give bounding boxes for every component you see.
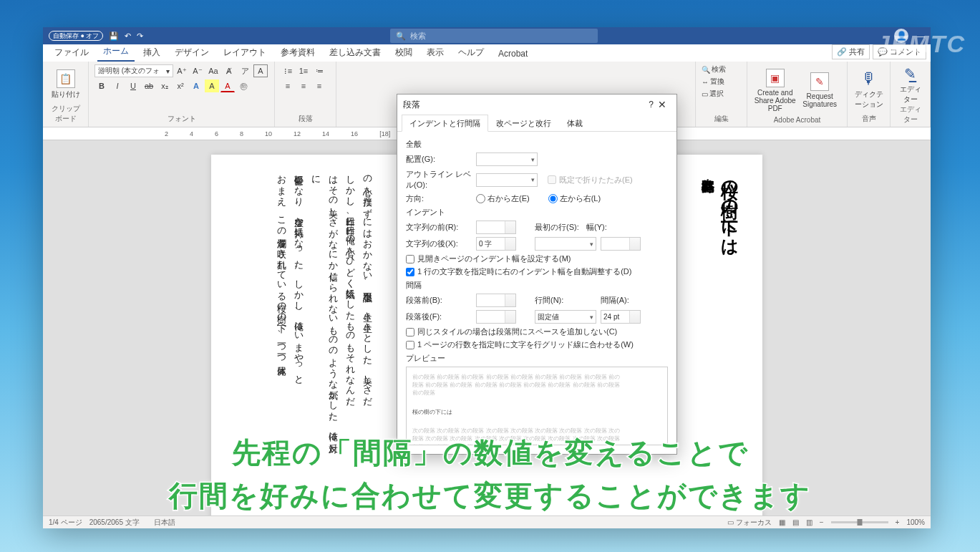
change-case-button[interactable]: Aa: [206, 64, 220, 77]
lbl-space-before: 段落前(B):: [406, 295, 472, 306]
bullets-button[interactable]: ⫶≡: [281, 64, 295, 77]
at-input[interactable]: 24 pt: [601, 310, 641, 324]
auto-indent-check[interactable]: [406, 268, 414, 276]
autosave-toggle[interactable]: 自動保存 ● オフ: [49, 31, 103, 41]
firstline-select[interactable]: [535, 237, 596, 251]
lbl-indent-before: 文字列の前(R):: [406, 222, 472, 233]
indent-before-input[interactable]: [476, 221, 516, 234]
highlight-button[interactable]: A: [205, 79, 219, 92]
space-after-input[interactable]: [476, 310, 516, 324]
ruler-mark: 10: [265, 130, 272, 137]
phonetic-button[interactable]: ア: [238, 64, 252, 77]
align-select[interactable]: [476, 152, 538, 166]
multilevel-button[interactable]: ≔: [312, 64, 326, 77]
char-border-button[interactable]: A: [253, 64, 268, 77]
line-spacing-select[interactable]: 固定値: [535, 310, 596, 324]
rtl-radio[interactable]: [476, 194, 485, 203]
tab-insert[interactable]: 挿入: [137, 44, 166, 62]
subscript-button[interactable]: x₂: [157, 79, 172, 92]
search-icon: 🔍: [396, 32, 406, 41]
lbl-align: 配置(G):: [406, 154, 472, 165]
text-effects-button[interactable]: A: [189, 79, 203, 92]
font-grow-button[interactable]: A⁺: [175, 64, 189, 77]
zoom-in-button[interactable]: +: [896, 518, 900, 526]
zoom-value[interactable]: 100%: [906, 518, 925, 526]
adobe-request-button[interactable]: ✎Request Signatures: [798, 72, 841, 108]
editor-icon: ✎̲: [901, 64, 920, 83]
editor-button[interactable]: ✎̲エディター: [896, 64, 924, 105]
save-icon[interactable]: 💾: [109, 32, 119, 41]
adobe-create-button[interactable]: ▣Create and Share Adobe PDF: [753, 69, 797, 112]
width-input[interactable]: [601, 237, 641, 251]
dialog-tab-indent[interactable]: インデントと行間隔: [402, 115, 488, 132]
lbl-direction: 方向:: [406, 193, 472, 204]
view-read-icon[interactable]: ▦: [779, 518, 785, 526]
ltr-radio[interactable]: [548, 194, 558, 203]
ruler-mark: 14: [322, 130, 329, 137]
tab-view[interactable]: 表示: [421, 44, 450, 62]
tab-help[interactable]: ヘルプ: [452, 44, 490, 62]
font-shrink-button[interactable]: A⁻: [190, 64, 205, 77]
dialog-title: 段落: [403, 99, 420, 111]
font-color-button[interactable]: A: [220, 79, 235, 92]
status-left[interactable]: 1/4 ページ 2065/2065 文字 日本語: [49, 518, 175, 528]
lbl-space-after: 段落後(F):: [406, 311, 472, 322]
snap-check[interactable]: [406, 341, 414, 349]
zoom-out-button[interactable]: −: [820, 518, 824, 526]
body-line: はその美しさがなにか信じられないもののような気がした。俺は反対に、: [307, 169, 341, 441]
paste-button[interactable]: 📋貼り付け: [49, 69, 82, 100]
tab-mailings[interactable]: 差し込み文書: [324, 44, 387, 62]
collapse-check[interactable]: [548, 175, 556, 184]
bold-button[interactable]: B: [94, 79, 109, 92]
select-button[interactable]: ▭ 選択: [702, 89, 741, 99]
font-name-select[interactable]: 游明朝 (本文のフォ▾: [94, 64, 173, 77]
search-box[interactable]: 🔍 検索: [390, 29, 598, 43]
align-left-button[interactable]: ≡: [281, 79, 295, 92]
tab-review[interactable]: 校閲: [389, 44, 418, 62]
tab-acrobat[interactable]: Acrobat: [493, 46, 533, 62]
group-font: フォント: [94, 114, 268, 124]
focus-mode-button[interactable]: ▭ フォーカス: [727, 518, 772, 528]
align-right-button[interactable]: ≡: [312, 79, 326, 92]
tab-references[interactable]: 参考資料: [275, 44, 321, 62]
ribbon-tabs: ファイル ホーム 挿入 デザイン レイアウト 参考資料 差し込み文書 校閲 表示…: [43, 44, 931, 62]
redo-icon[interactable]: ↷: [137, 32, 143, 41]
search-placeholder: 検索: [410, 31, 426, 42]
tab-home[interactable]: ホーム: [97, 42, 135, 62]
tab-layout[interactable]: レイアウト: [218, 44, 272, 62]
undo-icon[interactable]: ↶: [125, 32, 131, 41]
section-spacing: 間隔: [406, 280, 668, 291]
nospace-check[interactable]: [406, 328, 414, 336]
share-button[interactable]: 🔗共有: [832, 44, 870, 59]
find-button[interactable]: 🔍 検索: [702, 64, 741, 74]
italic-button[interactable]: I: [110, 79, 125, 92]
underline-button[interactable]: U: [126, 79, 140, 92]
tab-file[interactable]: ファイル: [49, 44, 94, 62]
dialog-tab-asian[interactable]: 体裁: [559, 115, 591, 131]
section-indent: インデント: [406, 207, 668, 218]
dialog-tab-page[interactable]: 改ページと改行: [488, 115, 559, 131]
align-center-button[interactable]: ≡: [296, 79, 311, 92]
outline-select[interactable]: [476, 173, 538, 187]
numbering-button[interactable]: 1≡: [296, 64, 311, 77]
indent-after-input[interactable]: 0 字: [476, 237, 516, 251]
replace-button[interactable]: ↔ 置換: [702, 77, 741, 87]
help-icon[interactable]: ?: [649, 100, 654, 110]
ruler-mark: [18]: [379, 130, 390, 137]
status-bar: 1/4 ページ 2065/2065 文字 日本語 ▭ フォーカス ▦ ▤ ▥ −…: [43, 515, 931, 528]
tab-design[interactable]: デザイン: [169, 44, 215, 62]
dictate-button[interactable]: 🎙ディクテーション: [853, 69, 884, 110]
body-line: しかし、昨日、一昨日、俺の心をひどく陰気にしたものもそれなんだ、: [341, 169, 359, 441]
zoom-slider[interactable]: [831, 521, 888, 523]
close-icon[interactable]: ✕: [654, 97, 671, 112]
ruler-mark: 6: [215, 130, 218, 137]
clear-format-button[interactable]: A̸: [222, 64, 236, 77]
view-print-icon[interactable]: ▤: [792, 518, 799, 526]
strike-button[interactable]: ab: [142, 79, 156, 92]
superscript-button[interactable]: x²: [173, 79, 188, 92]
subtitle-line1: 先程の「間隔」の数値を変えることで: [0, 433, 980, 473]
space-before-input[interactable]: [476, 294, 516, 307]
mirror-check[interactable]: [406, 255, 414, 263]
view-web-icon[interactable]: ▥: [806, 518, 812, 526]
enclosed-char-button[interactable]: ㊞: [236, 79, 251, 92]
